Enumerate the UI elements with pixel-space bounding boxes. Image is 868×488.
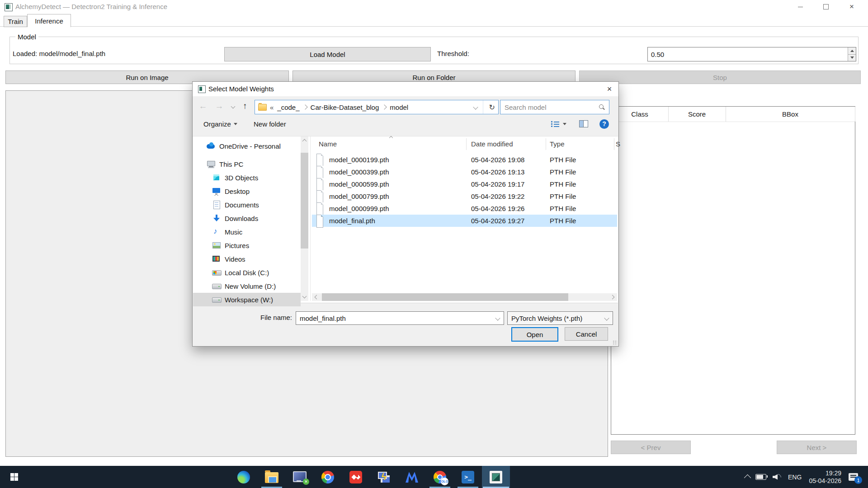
sidebar-scrollbar-thumb[interactable] [301, 153, 308, 249]
threshold-increment-button[interactable] [848, 47, 856, 54]
file-name-dropdown-icon[interactable] [495, 315, 500, 320]
file-row-model-0000199-pth[interactable]: model_0000199.pth05-04-2026 19:08PTH Fil… [312, 154, 617, 166]
column-header-bbox[interactable]: BBox [726, 107, 855, 122]
sidebar-item-music[interactable]: Music [193, 225, 301, 239]
breadcrumb-item-model[interactable]: model [390, 103, 408, 111]
sidebar-item-downloads[interactable]: Downloads [193, 211, 301, 225]
recent-locations-icon[interactable] [228, 99, 238, 113]
new-folder-button[interactable]: New folder [254, 117, 286, 131]
battery-icon[interactable] [755, 474, 766, 480]
column-header-class[interactable]: Class [611, 107, 669, 122]
stop-button[interactable]: Stop [579, 70, 861, 84]
column-header-date-modified[interactable]: Date modified [471, 140, 513, 148]
breadcrumb-chevron-icon[interactable] [382, 104, 387, 109]
column-header-score[interactable]: Score [668, 107, 726, 122]
forward-icon[interactable]: → [212, 99, 226, 113]
file-type-dropdown-icon[interactable] [604, 315, 609, 320]
search-box[interactable]: Search model [500, 100, 609, 114]
tab-train[interactable]: Train [4, 16, 27, 27]
sidebar-item-onedrive-personal[interactable]: OneDrive - Personal [193, 139, 301, 153]
taskbar-button-alchemydetect[interactable] [482, 466, 510, 488]
taskbar-button-chrome[interactable] [314, 466, 342, 488]
column-separator[interactable] [466, 138, 467, 150]
sidebar-item-local-disk-c[interactable]: Local Disk (C:) [193, 266, 301, 279]
column-header-size[interactable]: S [616, 140, 620, 148]
sidebar-item-desktop[interactable]: Desktop [193, 184, 301, 198]
taskbar-button-red-app[interactable] [342, 466, 370, 488]
breadcrumb-chevron-icon[interactable] [302, 104, 307, 109]
sidebar-item-this-pc[interactable]: This PC [193, 157, 301, 171]
prev-button[interactable]: < Prev [611, 441, 691, 454]
next-label: Next > [807, 444, 827, 451]
file-name-combobox[interactable]: model_final.pth [296, 311, 504, 325]
cancel-button[interactable]: Cancel [565, 327, 608, 341]
view-dropdown-icon [563, 123, 566, 125]
sidebar-item-workspace-w[interactable]: Workspace (W:) [193, 293, 301, 306]
resize-grip[interactable] [613, 340, 617, 345]
file-type-combobox[interactable]: PyTorch Weights (*.pth) [507, 311, 613, 325]
sidebar-item-new-volume-d[interactable]: New Volume (D:) [193, 279, 301, 293]
taskbar-button-putty[interactable] [370, 466, 398, 488]
sidebar-item-documents[interactable]: Documents [193, 198, 301, 211]
scroll-up-icon[interactable] [301, 136, 308, 145]
breadcrumb-item-car-bike-dataset-blog[interactable]: Car-Bike-Dataset_blog [311, 103, 379, 111]
column-header-type[interactable]: Type [550, 140, 565, 148]
address-bar[interactable]: « _code_Car-Bike-Dataset_blogmodel ↻ [255, 100, 499, 114]
refresh-icon[interactable]: ↻ [489, 103, 495, 112]
breadcrumb-item-code[interactable]: _code_ [277, 103, 299, 111]
column-header-name[interactable]: Name [319, 140, 337, 148]
taskbar-button-edge[interactable] [230, 466, 258, 488]
taskbar-button-chrome-profile[interactable]: OLO [426, 466, 454, 488]
taskbar-button-powershell[interactable]: >_ [454, 466, 482, 488]
scroll-left-icon[interactable] [312, 293, 320, 301]
organize-button[interactable]: Organize [203, 117, 237, 131]
scroll-down-icon[interactable] [301, 293, 308, 301]
file-list-hscrollbar[interactable] [312, 293, 617, 301]
minimize-button[interactable] [790, 0, 811, 14]
threshold-spinbox[interactable]: 0.50 [647, 47, 856, 61]
column-separator[interactable] [546, 138, 546, 150]
up-icon[interactable]: ↑ [239, 99, 251, 113]
sidebar-item-pictures[interactable]: Pictures [193, 239, 301, 252]
column-separator[interactable] [614, 138, 614, 150]
taskbar-button-file-explorer[interactable] [258, 466, 286, 488]
hscrollbar-thumb[interactable] [322, 293, 568, 301]
sidebar-scrollbar[interactable] [301, 136, 308, 301]
scroll-right-icon[interactable] [609, 293, 617, 301]
folder-icon [258, 104, 267, 111]
next-button[interactable]: Next > [777, 441, 857, 454]
view-options-button[interactable] [551, 117, 566, 131]
tray-overflow-icon[interactable] [744, 474, 751, 482]
tab-inference[interactable]: Inference [27, 14, 71, 27]
file-icon [316, 166, 323, 179]
preview-pane-button[interactable] [579, 117, 588, 131]
file-row-model-final-pth[interactable]: model_final.pth05-04-2026 19:27PTH File [312, 215, 617, 227]
taskbar-button-nordvpn[interactable] [398, 466, 426, 488]
pane-splitter[interactable] [310, 136, 311, 301]
search-icon[interactable] [599, 104, 605, 110]
volume-icon[interactable] [773, 474, 782, 481]
file-row-model-0000799-pth[interactable]: model_0000799.pth05-04-2026 19:22PTH Fil… [312, 190, 617, 202]
threshold-decrement-button[interactable] [848, 54, 856, 61]
language-indicator[interactable]: ENG [788, 474, 802, 481]
sidebar-item-videos[interactable]: Videos [193, 252, 301, 266]
address-dropdown-icon[interactable] [473, 104, 478, 109]
back-icon[interactable]: ← [196, 99, 210, 113]
notification-badge: 1 [854, 476, 862, 484]
close-button[interactable]: × [841, 0, 862, 14]
file-row-model-0000999-pth[interactable]: model_0000999.pth05-04-2026 19:26PTH Fil… [312, 202, 617, 215]
open-button[interactable]: Open [511, 327, 558, 342]
start-button[interactable] [0, 466, 28, 488]
file-name: model_0000199.pth [329, 154, 389, 166]
load-model-button[interactable]: Load Model [224, 47, 431, 61]
dialog-close-icon[interactable]: × [604, 84, 615, 94]
file-row-model-0000399-pth[interactable]: model_0000399.pth05-04-2026 19:13PTH Fil… [312, 166, 617, 178]
restore-button[interactable] [816, 0, 836, 14]
taskbar-button-remote-desktop[interactable] [286, 466, 314, 488]
action-center-icon[interactable]: 1 [849, 473, 858, 481]
file-row-model-0000599-pth[interactable]: model_0000599.pth05-04-2026 19:17PTH Fil… [312, 178, 617, 190]
breadcrumb-prefix[interactable]: « [270, 103, 274, 111]
clock[interactable]: 19:29 05-04-2026 [809, 469, 841, 485]
sidebar-item-3d-objects[interactable]: 3D Objects [193, 171, 301, 184]
help-button[interactable]: ? [599, 117, 609, 131]
